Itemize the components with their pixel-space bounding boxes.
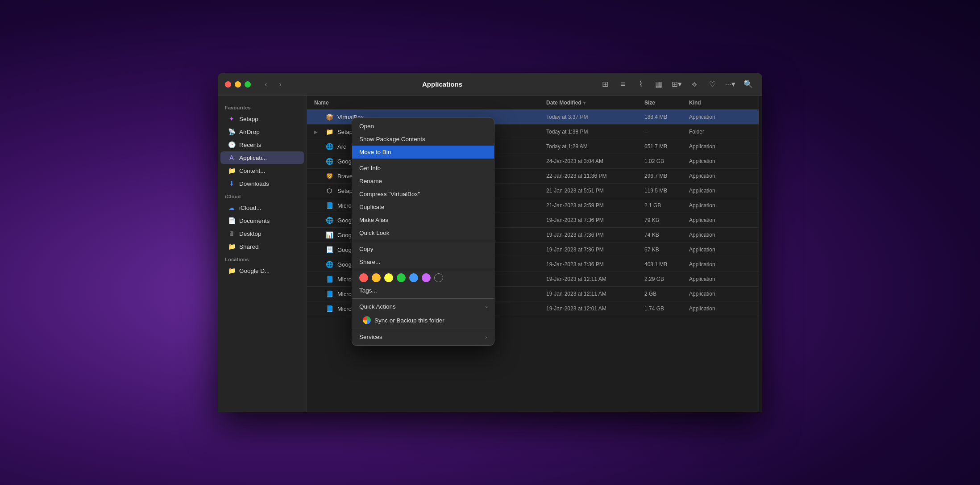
icloud-section-title: iCloud	[218, 190, 307, 201]
sidebar-item-setapp[interactable]: ✦ Setapp	[220, 113, 304, 125]
sort-indicator: ▾	[583, 100, 586, 105]
setapp-kind: Folder	[689, 129, 752, 135]
sidebar-item-applications[interactable]: A Applicati...	[220, 151, 304, 164]
ctx-duplicate[interactable]: Duplicate	[352, 201, 494, 213]
sidebar: Favourites ✦ Setapp 📡 AirDrop 🕐 Recents …	[218, 96, 307, 412]
google4-size: 1.02 GB	[644, 158, 689, 164]
close-button[interactable]	[225, 81, 231, 88]
micro12-icon: 📘	[325, 289, 334, 298]
ctx-rename[interactable]: Rename	[352, 175, 494, 188]
brave-date: 22-Jan-2023 at 11:36 PM	[546, 173, 644, 179]
ctx-tags[interactable]: Tags...	[352, 284, 494, 297]
ctx-tags-label: Tags...	[359, 287, 377, 294]
documents-icon: 📄	[228, 217, 236, 225]
googl7-kind: Application	[689, 217, 752, 223]
sync-backup-icon	[363, 316, 371, 324]
locations-section-title: Locations	[218, 253, 307, 264]
googl10-size: 408.1 MB	[644, 261, 689, 268]
googl8-icon: 📊	[325, 230, 334, 239]
ctx-duplicate-label: Duplicate	[359, 204, 384, 210]
col-kind-header[interactable]: Kind	[689, 100, 752, 106]
setap5-icon: ⬡	[325, 186, 334, 195]
shared-icon: 📁	[228, 242, 236, 251]
setapp-file-icon: 📁	[325, 127, 334, 136]
micro12-size: 2 GB	[644, 291, 689, 297]
ctx-quick-actions-label: Quick Actions	[359, 303, 482, 310]
ctx-show-package[interactable]: Show Package Contents	[352, 133, 494, 146]
search-button[interactable]: 🔍	[741, 77, 755, 92]
column-view-button[interactable]: ⌇	[634, 77, 648, 92]
color-orange[interactable]	[372, 273, 381, 282]
sidebar-item-documents[interactable]: 📄 Documents	[220, 214, 304, 227]
scrollbar[interactable]	[759, 96, 762, 412]
sidebar-item-downloads[interactable]: ⬇ Downloads	[220, 177, 304, 190]
ctx-move-to-bin-label: Move to Bin	[359, 149, 391, 155]
google4-date: 24-Jan-2023 at 3:04 AM	[546, 158, 644, 164]
color-red[interactable]	[359, 273, 368, 282]
ctx-open-label: Open	[359, 123, 374, 130]
sidebar-item-icloud-label: iCloud...	[239, 205, 262, 211]
title-bar: ‹ › Applications ⊞ ≡ ⌇ ▦ ⊞▾ ⎆ ♡ ···▾ 🔍	[218, 73, 762, 96]
ctx-make-alias[interactable]: Make Alias	[352, 213, 494, 226]
color-green[interactable]	[397, 273, 406, 282]
ctx-services[interactable]: Services ›	[352, 330, 494, 343]
arc-name: Arc	[337, 143, 346, 150]
col-name-header[interactable]: Name	[314, 100, 546, 106]
setap5-size: 119.5 MB	[644, 188, 689, 194]
arc-date: Today at 1:29 AM	[546, 143, 644, 150]
ctx-move-to-bin[interactable]: Move to Bin	[352, 146, 494, 159]
icon-view-button[interactable]: ⊞	[598, 77, 612, 92]
sidebar-item-shared[interactable]: 📁 Shared	[220, 240, 304, 253]
sidebar-item-recents[interactable]: 🕐 Recents	[220, 138, 304, 151]
col-size-header[interactable]: Size	[644, 100, 689, 106]
forward-button[interactable]: ›	[274, 78, 287, 91]
color-blue[interactable]	[409, 273, 418, 282]
list-view-button[interactable]: ≡	[616, 77, 630, 92]
sidebar-item-desktop[interactable]: 🖥 Desktop	[220, 227, 304, 240]
ctx-copy[interactable]: Copy	[352, 242, 494, 255]
micro13-kind: Application	[689, 305, 752, 312]
tag-button[interactable]: ♡	[705, 77, 719, 92]
share-button[interactable]: ⎆	[687, 77, 702, 92]
expand-arrow-setapp: ▶	[314, 130, 320, 134]
ctx-get-info[interactable]: Get Info	[352, 162, 494, 175]
virtualbox-date: Today at 3:37 PM	[546, 114, 644, 120]
googl10-kind: Application	[689, 261, 752, 268]
sidebar-item-airdrop[interactable]: 📡 AirDrop	[220, 125, 304, 138]
sidebar-item-setapp-label: Setapp	[239, 116, 258, 122]
google-drive-icon: 📁	[228, 267, 236, 275]
setap5-date: 21-Jan-2023 at 5:51 PM	[546, 188, 644, 194]
col-date-header[interactable]: Date Modified ▾	[546, 100, 644, 106]
sidebar-item-google-drive[interactable]: 📁 Google D...	[220, 264, 304, 277]
content-icon: 📁	[228, 167, 236, 175]
micro13-icon: 📘	[325, 304, 334, 313]
arc-kind: Application	[689, 143, 752, 150]
color-yellow[interactable]	[384, 273, 393, 282]
sidebar-item-google-drive-label: Google D...	[239, 268, 270, 274]
setapp-size: --	[644, 129, 689, 135]
ctx-share[interactable]: Share...	[352, 255, 494, 268]
fullscreen-button[interactable]	[245, 81, 251, 88]
color-none[interactable]	[434, 273, 443, 282]
more-button[interactable]: ···▾	[723, 77, 737, 92]
minimize-button[interactable]	[235, 81, 241, 88]
ctx-quick-look[interactable]: Quick Look	[352, 226, 494, 239]
gallery-view-button[interactable]: ▦	[652, 77, 666, 92]
ctx-sync-backup[interactable]: Sync or Backup this folder	[352, 313, 494, 327]
micro6-kind: Application	[689, 202, 752, 209]
back-button[interactable]: ‹	[260, 78, 272, 91]
ctx-quick-actions[interactable]: Quick Actions ›	[352, 300, 494, 313]
micro11-kind: Application	[689, 276, 752, 282]
ctx-open[interactable]: Open	[352, 120, 494, 133]
sort-button[interactable]: ⊞▾	[669, 77, 684, 92]
micro6-icon: 📘	[325, 201, 334, 210]
sidebar-item-content[interactable]: 📁 Content...	[220, 164, 304, 177]
ctx-compress[interactable]: Compress "VirtualBox"	[352, 188, 494, 201]
sidebar-item-documents-label: Documents	[239, 217, 270, 224]
micro11-icon: 📘	[325, 275, 334, 284]
color-purple[interactable]	[422, 273, 431, 282]
ctx-divider-2	[352, 241, 494, 241]
ctx-show-package-label: Show Package Contents	[359, 136, 425, 142]
micro11-date: 19-Jan-2023 at 12:11 AM	[546, 276, 644, 282]
sidebar-item-icloud[interactable]: ☁ iCloud...	[220, 201, 304, 214]
